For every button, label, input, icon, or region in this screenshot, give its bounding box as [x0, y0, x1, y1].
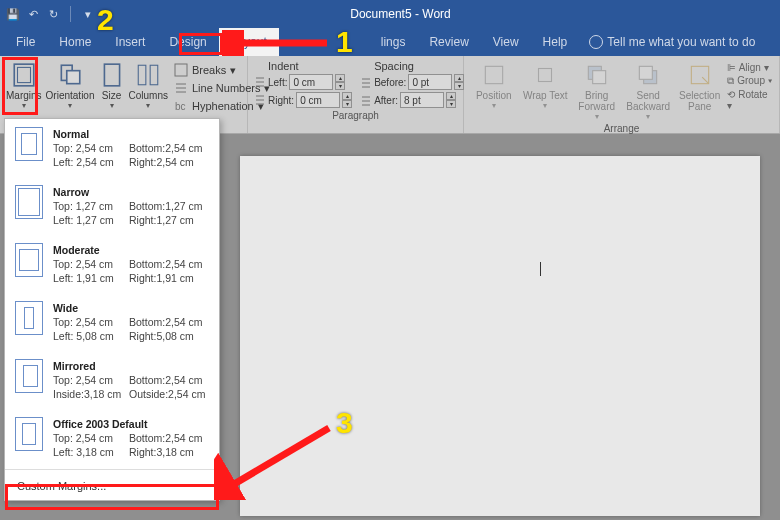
- tab-help[interactable]: Help: [531, 28, 580, 56]
- svg-rect-17: [640, 66, 653, 79]
- separator: [70, 6, 71, 22]
- rotate-button[interactable]: ⟲ Rotate ▾: [727, 89, 773, 111]
- margins-icon: [11, 62, 37, 88]
- indent-right-input[interactable]: 0 cm: [296, 92, 340, 108]
- preset-wide[interactable]: Wide Top: 2,54 cmBottom:2,54 cm Left: 5,…: [5, 293, 219, 351]
- title-bar: 💾 ↶ ↻ ▾ Document5 - Word: [0, 0, 780, 28]
- preset-moderate[interactable]: Moderate Top: 2,54 cmBottom:2,54 cm Left…: [5, 235, 219, 293]
- chevron-down-icon: ▾: [22, 101, 26, 110]
- orientation-icon: [57, 62, 83, 88]
- group-arrange: Position▾ Wrap Text▾ Bring Forward▾ Send…: [464, 56, 780, 133]
- svg-rect-3: [67, 71, 80, 84]
- bring-forward-button[interactable]: Bring Forward▾: [573, 58, 620, 121]
- svg-rect-4: [104, 64, 119, 86]
- save-icon[interactable]: 💾: [6, 7, 20, 21]
- tell-me-input[interactable]: Tell me what you want to do: [607, 35, 755, 49]
- svg-rect-6: [150, 65, 158, 85]
- redo-icon[interactable]: ↻: [46, 7, 60, 21]
- preset-icon: [15, 127, 43, 161]
- tab-design[interactable]: Design: [157, 28, 218, 56]
- tab-view[interactable]: View: [481, 28, 531, 56]
- spacing-before-input[interactable]: 0 pt: [408, 74, 452, 90]
- send-backward-button[interactable]: Send Backward▾: [624, 58, 671, 121]
- ribbon-tabs: File Home Insert Design Layout lings Rev…: [0, 28, 780, 56]
- word-window: 💾 ↶ ↻ ▾ Document5 - Word File Home Inser…: [0, 0, 780, 520]
- group-paragraph: Indent Left: 0 cm ▴▾ Right: 0 cm ▴▾: [248, 56, 464, 133]
- text-cursor: [540, 262, 541, 276]
- spacing-before-icon: [360, 76, 372, 88]
- wrap-text-button[interactable]: Wrap Text▾: [521, 58, 568, 121]
- spacing-after-icon: [360, 94, 372, 106]
- position-button[interactable]: Position▾: [470, 58, 517, 121]
- indent-left-icon: [254, 76, 266, 88]
- page[interactable]: [240, 156, 760, 516]
- lightbulb-icon: [589, 35, 603, 49]
- svg-rect-15: [592, 71, 605, 84]
- columns-icon: [135, 62, 161, 88]
- tab-home[interactable]: Home: [47, 28, 103, 56]
- margins-dropdown: Normal Top: 2,54 cmBottom:2,54 cm Left: …: [4, 118, 220, 501]
- preset-normal[interactable]: Normal Top: 2,54 cmBottom:2,54 cm Left: …: [5, 119, 219, 177]
- svg-rect-5: [138, 65, 146, 85]
- spacing-label: Spacing: [360, 60, 464, 72]
- indent-left-row: Left: 0 cm ▴▾: [254, 74, 352, 90]
- group-label-paragraph: Paragraph: [254, 108, 457, 123]
- indent-right-icon: [254, 94, 266, 106]
- undo-icon[interactable]: ↶: [26, 7, 40, 21]
- separator: [5, 469, 219, 470]
- align-button[interactable]: ⊫ Align ▾: [727, 62, 773, 73]
- size-icon: [99, 62, 125, 88]
- group-button[interactable]: ⧉ Group ▾: [727, 75, 773, 87]
- svg-rect-1: [17, 67, 30, 82]
- dropdown-icon[interactable]: ▾: [81, 7, 95, 21]
- window-title: Document5 - Word: [101, 7, 700, 21]
- indent-right-row: Right: 0 cm ▴▾: [254, 92, 352, 108]
- spinner[interactable]: ▴▾: [335, 74, 345, 90]
- selection-pane-button[interactable]: Selection Pane: [676, 58, 723, 121]
- preset-narrow[interactable]: Narrow Top: 1,27 cmBottom:1,27 cm Left: …: [5, 177, 219, 235]
- tab-file[interactable]: File: [4, 28, 47, 56]
- svg-rect-7: [175, 64, 187, 76]
- svg-text:bc: bc: [175, 101, 186, 112]
- preset-office2003[interactable]: Office 2003 Default Top: 2,54 cmBottom:2…: [5, 409, 219, 467]
- spacing-after-input[interactable]: 8 pt: [400, 92, 444, 108]
- tab-layout[interactable]: Layout: [219, 28, 279, 56]
- tab-lings[interactable]: lings: [369, 28, 418, 56]
- indent-left-input[interactable]: 0 cm: [289, 74, 333, 90]
- svg-rect-13: [539, 69, 552, 82]
- quick-access-toolbar: 💾 ↶ ↻ ▾: [0, 6, 101, 22]
- svg-rect-12: [485, 66, 502, 83]
- preset-mirrored[interactable]: Mirrored Top: 2,54 cmBottom:2,54 cm Insi…: [5, 351, 219, 409]
- tab-review[interactable]: Review: [417, 28, 480, 56]
- tab-insert[interactable]: Insert: [103, 28, 157, 56]
- indent-label: Indent: [254, 60, 352, 72]
- custom-margins-button[interactable]: Custom Margins...: [5, 472, 219, 500]
